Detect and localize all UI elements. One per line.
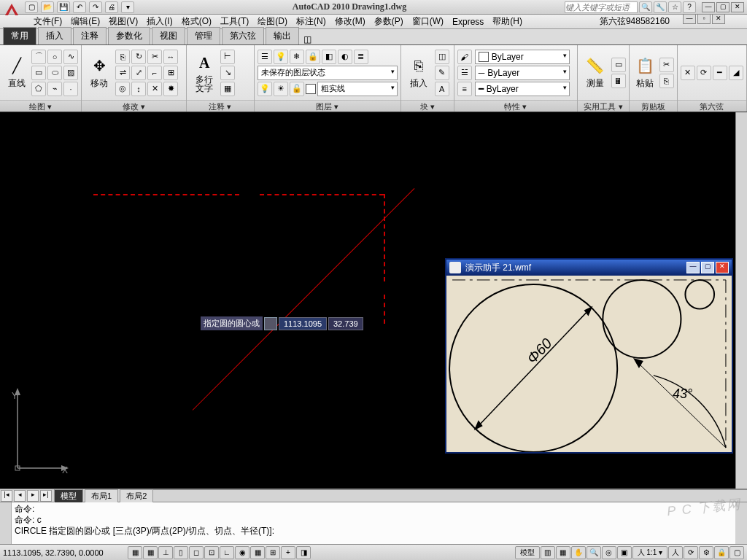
ellipse-icon[interactable]: ⬭ — [47, 66, 62, 80]
toolbar-lock-icon[interactable]: 🔒 — [714, 546, 729, 559]
menu-window[interactable]: 窗口(W) — [408, 14, 448, 29]
annosync-icon[interactable]: ⟳ — [684, 546, 698, 559]
polar-toggle[interactable]: ▯ — [174, 546, 188, 559]
trim-icon[interactable]: ✂ — [147, 50, 162, 64]
lineweight-combo[interactable]: ━ByLayer — [475, 82, 570, 96]
canvas-vscrollbar[interactable] — [735, 112, 747, 489]
panel-block-label[interactable]: 块 ▾ — [401, 100, 454, 112]
move-button[interactable]: ✥ 移动 — [85, 51, 114, 95]
dim-linear-icon[interactable]: ⊢ — [220, 50, 235, 64]
ribbon-minimize-icon[interactable]: ◫ — [301, 34, 314, 44]
explode-icon[interactable]: ✸ — [163, 82, 178, 96]
measure-button[interactable]: 📏 测量 — [581, 51, 610, 95]
six-tool4-icon[interactable]: ◢ — [729, 66, 743, 80]
hatch-icon[interactable]: ▨ — [63, 66, 78, 80]
layout-tab-1[interactable]: 布局1 — [85, 489, 118, 502]
qat-more-icon[interactable]: ▾ — [121, 1, 134, 13]
leader-icon[interactable]: ↘ — [220, 66, 235, 80]
tab-parametric[interactable]: 参数化 — [108, 27, 150, 44]
stretch-icon[interactable]: ↕ — [131, 82, 146, 96]
copy2-icon[interactable]: ⎘ — [659, 74, 674, 88]
tab-manage[interactable]: 管理 — [187, 27, 220, 44]
helper-maximize-button[interactable]: ▢ — [701, 262, 714, 273]
layer-freeze-icon[interactable]: ❄ — [290, 50, 304, 64]
qat-new-icon[interactable]: ▢ — [25, 1, 38, 13]
steering-wheel-icon[interactable]: ◎ — [602, 546, 616, 559]
annoscale-button[interactable]: 人 1:1 ▾ — [632, 546, 667, 559]
panel-props-label[interactable]: 特性 ▾ — [454, 100, 577, 112]
paste-button[interactable]: 📋 粘贴 — [632, 51, 658, 95]
six-tool3-icon[interactable]: ━ — [713, 66, 727, 80]
create-block-icon[interactable]: ◫ — [435, 50, 449, 64]
subscription-icon[interactable]: 🔧 — [654, 1, 667, 13]
cut-icon[interactable]: ✂ — [659, 58, 674, 72]
layout-first-icon[interactable]: |◂ — [1, 490, 12, 502]
grid-toggle[interactable]: ▦ — [143, 546, 158, 559]
extend-icon[interactable]: ↔ — [163, 50, 178, 64]
panel-util-label[interactable]: 实用工具 ▾ — [578, 100, 629, 112]
panel-layer-label[interactable]: 图层 ▾ — [255, 100, 400, 112]
snap-toggle[interactable]: ▦ — [128, 546, 142, 559]
menu-modify[interactable]: 修改(M) — [330, 14, 370, 29]
helper-window[interactable]: 演示助手 21.wmf — ▢ ✕ — [445, 258, 733, 454]
arc-icon[interactable]: ⌒ — [31, 50, 46, 64]
qat-open-icon[interactable]: 📂 — [41, 1, 54, 13]
doc-restore-button[interactable]: ▫ — [697, 14, 711, 24]
tpy-toggle[interactable]: ◨ — [296, 546, 311, 559]
tab-view[interactable]: 视图 — [152, 27, 185, 44]
minimize-button[interactable]: — — [702, 2, 715, 12]
tab-insert[interactable]: 插入 — [38, 27, 71, 44]
insert-block-button[interactable]: ⎘ 插入 — [404, 51, 433, 95]
layer-on-icon[interactable]: 💡 — [274, 50, 288, 64]
layer-props-icon[interactable]: ☰ — [258, 50, 272, 64]
doc-close-button[interactable]: ✕ — [712, 14, 725, 24]
maximize-button[interactable]: ▢ — [716, 2, 729, 12]
ducs-toggle[interactable]: ∟ — [220, 546, 234, 559]
tab-output[interactable]: 输出 — [266, 27, 299, 44]
six-tool1-icon[interactable]: ✕ — [681, 66, 695, 80]
clean-screen-icon[interactable]: ▢ — [729, 546, 744, 559]
table-icon[interactable]: ▦ — [220, 82, 235, 96]
command-vscrollbar[interactable] — [735, 502, 747, 544]
layout-tab-2[interactable]: 布局2 — [120, 489, 153, 502]
rect-icon[interactable]: ▭ — [31, 66, 46, 80]
lwt-toggle[interactable]: ▦ — [250, 546, 265, 559]
close-button[interactable]: ✕ — [731, 2, 744, 12]
layer-off-icon[interactable]: ◐ — [338, 50, 352, 64]
props-palette-icon[interactable]: ☱ — [457, 66, 472, 80]
panel-draw-label[interactable]: 绘图 ▾ — [0, 100, 81, 112]
search-icon[interactable]: 🔍 — [639, 1, 652, 13]
polygon-icon[interactable]: ⬠ — [31, 82, 46, 96]
layer-state-combo[interactable]: 未保存的图层状态 — [258, 66, 398, 80]
edit-block-icon[interactable]: ✎ — [435, 66, 449, 80]
doc-minimize-button[interactable]: — — [683, 14, 696, 24]
command-grip[interactable] — [0, 502, 12, 544]
list-icon[interactable]: ≡ — [457, 82, 472, 96]
erase-icon[interactable]: ✕ — [147, 82, 162, 96]
fillet-icon[interactable]: ⌐ — [147, 66, 162, 80]
layout-prev-icon[interactable]: ◂ — [14, 490, 26, 502]
layer-lock-icon[interactable]: 🔒 — [306, 50, 320, 64]
menu-help[interactable]: 帮助(H) — [488, 14, 527, 29]
help-icon[interactable]: ? — [683, 1, 696, 13]
layer-match-icon[interactable]: ≣ — [354, 50, 368, 64]
canvas-hscrollbar[interactable] — [153, 489, 747, 502]
pan-icon[interactable]: ✋ — [571, 546, 586, 559]
annovisibility-icon[interactable]: 人 — [668, 546, 683, 559]
qat-save-icon[interactable]: 💾 — [57, 1, 70, 13]
quickview-drawings-icon[interactable]: ▦ — [556, 546, 570, 559]
offset-icon[interactable]: ◎ — [115, 82, 130, 96]
attr-icon[interactable]: A — [435, 82, 449, 96]
pline-icon[interactable]: ⌁ — [47, 82, 62, 96]
panel-modify-label[interactable]: 修改 ▾ — [82, 100, 186, 112]
helper-close-button[interactable]: ✕ — [716, 262, 729, 273]
command-text[interactable]: 命令: 命令: c CIRCLE 指定圆的圆心或 [三点(3P)/两点(2P)/… — [12, 502, 735, 544]
tab-six[interactable]: 第六弦 — [222, 27, 264, 44]
match-props-icon[interactable]: 🖌 — [457, 50, 472, 64]
coords-readout[interactable]: 1113.1095, 32.7390, 0.0000 — [3, 548, 127, 557]
panel-annot-label[interactable]: 注释 ▾ — [187, 100, 253, 112]
spline-icon[interactable]: ∿ — [63, 50, 78, 64]
panel-six-label[interactable]: 第六弦 — [678, 100, 746, 112]
otrack-toggle[interactable]: ⊡ — [204, 546, 219, 559]
copy-icon[interactable]: ⎘ — [115, 50, 130, 64]
